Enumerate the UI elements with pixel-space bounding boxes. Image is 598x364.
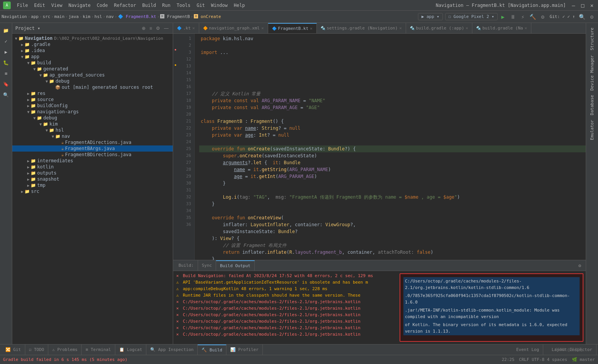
breadcrumb-fragmentb[interactable]: 🅼 FragmentB <box>160 14 190 19</box>
tab-appinspection[interactable]: 🔍 App Inspection <box>146 344 198 355</box>
breadcrumb-navigation[interactable]: Navigation <box>2 14 27 19</box>
tree-app-folder[interactable]: ▼ 📁 app <box>12 54 173 60</box>
tab-navgraph-close[interactable]: ✕ <box>261 26 264 31</box>
panel-action-3[interactable]: ⚙ <box>155 25 161 31</box>
tree-tmp-folder[interactable]: ▶ 📁 tmp <box>12 182 173 188</box>
tab-kt-close[interactable]: ✕ <box>192 26 195 31</box>
breadcrumb-hsl[interactable]: hsl <box>95 14 102 19</box>
menu-navigate[interactable]: Navigate <box>66 3 94 8</box>
search-button[interactable]: 🔍 <box>577 12 587 21</box>
bookmarks-sidebar-icon[interactable]: 🔖 <box>2 80 11 89</box>
menu-refactor[interactable]: Refactor <box>111 3 139 8</box>
menu-git[interactable]: Git <box>193 3 208 8</box>
right-database-icon[interactable]: Database <box>589 93 595 117</box>
tree-intermediates-folder[interactable]: ▶ 📁 intermediates <box>12 158 173 164</box>
breadcrumb-kim[interactable]: kim <box>83 14 90 19</box>
breadcrumb-src[interactable]: src <box>43 14 50 19</box>
tree-gradle-folder[interactable]: ▶ 📁 .gradle <box>12 41 173 47</box>
build-panel-settings[interactable]: ⚙ <box>575 263 584 268</box>
project-sidebar-icon[interactable]: 📁 <box>2 26 11 35</box>
gear-button[interactable]: ⚙ <box>587 12 596 21</box>
settings-button[interactable]: ⚙ <box>538 12 547 21</box>
tree-generated-folder[interactable]: ▼ 📁 generated <box>12 66 173 72</box>
tree-buildconfig-folder[interactable]: ▶ 📁 buildConfig <box>12 103 173 109</box>
breadcrumb-nav[interactable]: nav <box>106 14 114 19</box>
find-sidebar-icon[interactable]: 🔍 <box>2 90 11 100</box>
panel-action-2[interactable]: ≡ <box>148 25 153 31</box>
close-btn[interactable]: ✕ <box>589 2 595 8</box>
tab-fragmentb-close[interactable]: ✕ <box>310 26 313 31</box>
minimize-btn[interactable]: — <box>570 2 577 8</box>
tree-ap-folder[interactable]: ▼ 📁 ap_generated_sources <box>12 72 173 78</box>
menu-code[interactable]: Code <box>94 3 111 8</box>
tree-navargs-folder[interactable]: ▼ 📁 navigation-args <box>12 109 173 115</box>
stop-button[interactable]: ⏸ <box>508 12 518 21</box>
menu-view[interactable]: View <box>48 3 66 8</box>
tab-profiler[interactable]: 📊 Profiler <box>226 344 263 355</box>
tree-kotlin-folder[interactable]: ▶ 📁 kotlin <box>12 164 173 170</box>
commit-sidebar-icon[interactable]: ✓ <box>2 37 11 46</box>
tree-src-folder[interactable]: ▶ 📁 src <box>12 188 173 194</box>
tab-buildapp-close[interactable]: ✕ <box>466 26 469 31</box>
tab-navgraph[interactable]: 🔶 navigation_graph.xml ✕ <box>199 23 268 34</box>
device-dropdown[interactable]: ☐ Google Pixel 2 ▾ <box>445 13 498 20</box>
right-structure-icon[interactable]: Structure <box>589 26 595 52</box>
tree-debug-folder[interactable]: ▼ 📁 debug <box>12 78 173 84</box>
tab-buildna-close[interactable]: ✕ <box>524 26 527 31</box>
tab-fragmentb[interactable]: 🔷 FragmentB.kt ✕ <box>268 23 317 34</box>
run-button[interactable]: ▶ <box>498 12 508 21</box>
tree-outputs-folder[interactable]: ▶ 📁 outputs <box>12 170 173 176</box>
panel-minimize[interactable]: — <box>163 25 170 31</box>
menu-file[interactable]: File <box>14 3 31 8</box>
structure-sidebar-icon[interactable]: ≡ <box>2 69 11 78</box>
tree-fragmenta-directions[interactable]: ☕ FragmentADirections.java <box>12 139 173 145</box>
tree-res-folder[interactable]: ▶ 📁 res <box>12 90 173 96</box>
run-sidebar-icon[interactable]: ▶ <box>2 47 11 57</box>
code-content[interactable]: package kim.hsl.nav import ... // 定义 Kot… <box>195 34 586 260</box>
tab-build[interactable]: 🔨 Build <box>198 344 226 355</box>
breadcrumb-fragmentb-kt[interactable]: 🔷 FragmentB.kt <box>118 14 156 19</box>
right-device-manager-icon[interactable]: Device Manager <box>589 54 595 92</box>
tab-settings[interactable]: 🔩 settings.gradle (Navigation) ✕ <box>317 23 406 34</box>
menu-tools[interactable]: Tools <box>174 3 193 8</box>
sync-button[interactable]: ⚡ <box>518 12 528 21</box>
tab-buildapp[interactable]: 🔩 build.gradle (:app) ✕ <box>406 23 472 34</box>
breadcrumb-java[interactable]: java <box>69 14 79 19</box>
tree-idea-folder[interactable]: ▶ 📁 .idea <box>12 47 173 54</box>
run-config-dropdown[interactable]: ▶ app ▾ <box>418 13 442 20</box>
breadcrumb-app[interactable]: app <box>31 14 39 19</box>
tree-out-item[interactable]: 📦 out [main] generated sources root <box>12 84 173 90</box>
build-button[interactable]: 🔨 <box>528 12 537 21</box>
tab-git[interactable]: 🔀 Git <box>2 344 25 355</box>
menu-edit[interactable]: Edit <box>31 3 48 8</box>
right-emulator-icon[interactable]: Emulator <box>589 118 595 142</box>
breadcrumb-oncreate[interactable]: 🅼 onCreate <box>194 14 221 19</box>
tree-kim-folder[interactable]: ▼ 📁 kim <box>12 121 173 127</box>
panel-action-1[interactable]: ⊕ <box>141 25 147 31</box>
tab-build-output[interactable]: Build Output <box>216 260 254 271</box>
tree-fragmentb-directions[interactable]: ☕ FragmentBDirections.java <box>12 152 173 158</box>
tree-build-folder[interactable]: ▼ 📁 build <box>12 60 173 66</box>
tree-snapshot-folder[interactable]: ▶ 📁 snapshot <box>12 176 173 182</box>
tree-fragmentb-args[interactable]: ☕ FragmentBArgs.java <box>12 145 173 152</box>
tree-source-folder[interactable]: ▶ 📁 source <box>12 96 173 103</box>
tab-problems[interactable]: ⚠ Problems <box>48 344 82 355</box>
tree-root[interactable]: ▼ 📁 Navigation D:\002_Project\002_Androi… <box>12 35 173 41</box>
menu-window[interactable]: Window <box>208 3 231 8</box>
tree-nav-folder[interactable]: ▼ 📁 nav <box>12 133 173 139</box>
tab-buildna[interactable]: 🔩 build.gradle (Na ✕ <box>472 23 531 34</box>
debug-sidebar-icon[interactable]: 🐛 <box>2 58 11 67</box>
breadcrumb-main[interactable]: main <box>54 14 65 19</box>
tab-sync[interactable]: Sync <box>198 260 216 271</box>
tab-terminal[interactable]: ≡ Terminal <box>82 344 115 355</box>
tab-kt[interactable]: 🔷 .kt ✕ <box>173 23 199 34</box>
menu-help[interactable]: Help <box>231 3 248 8</box>
menu-build[interactable]: Build <box>139 3 159 8</box>
tree-navargs-debug-folder[interactable]: ▼ 📁 debug <box>12 115 173 121</box>
tree-hsl-folder[interactable]: ▼ 📁 hsl <box>12 127 173 133</box>
tab-todo[interactable]: ☑ TODO <box>25 344 49 355</box>
menu-run[interactable]: Run <box>159 3 174 8</box>
tab-logcat[interactable]: 📋 Logcat <box>115 344 146 355</box>
tab-settings-close[interactable]: ✕ <box>399 26 402 31</box>
tab-event-log[interactable]: Event Log <box>512 344 543 355</box>
